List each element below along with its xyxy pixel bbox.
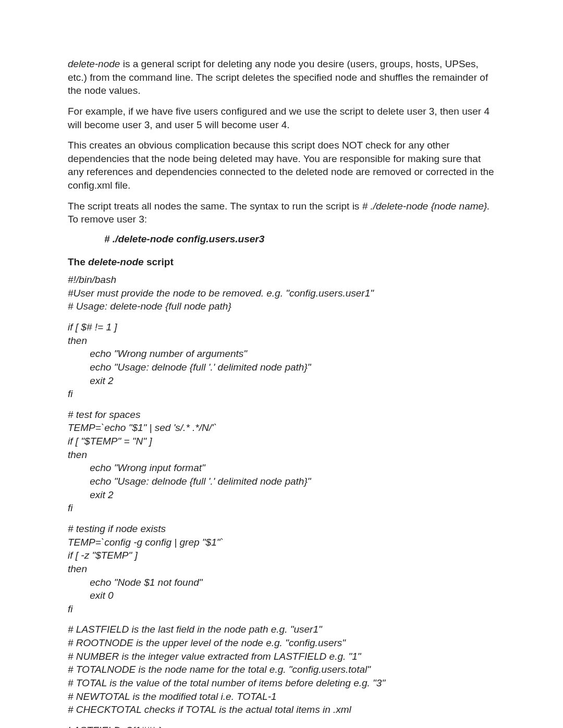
document-page: delete-node is a general script for dele…	[0, 0, 563, 728]
syntax-italic: # ./delete-node {node name}.	[362, 201, 490, 212]
script-heading: The delete-node script	[68, 256, 495, 268]
script-block-comments: # LASTFIELD is the last field in the nod…	[68, 623, 495, 716]
text: script	[144, 256, 174, 267]
script-block-nodecheck: # testing if node exists TEMP=`config -g…	[68, 522, 495, 615]
term-delete-node: delete-node	[68, 58, 120, 69]
text: is a general script for deleting any nod…	[68, 58, 488, 96]
script-block-vars: LASTFIELD=${1##*.} ROOTNODE=${1%.*}	[68, 724, 495, 728]
paragraph-warning: This creates an obvious complication bec…	[68, 139, 495, 192]
text: The	[68, 256, 88, 267]
script-block-argcheck: if [ $# != 1 ] then echo "Wrong number o…	[68, 320, 495, 401]
paragraph-intro: delete-node is a general script for dele…	[68, 57, 495, 97]
script-name-italic: delete-node	[88, 256, 144, 267]
text: To remove user 3:	[68, 214, 147, 225]
script-block-spacecheck: # test for spaces TEMP=`echo "$1" | sed …	[68, 408, 495, 515]
command-example: # ./delete-node config.users.user3	[104, 233, 495, 245]
text: The script treats all nodes the same. Th…	[68, 201, 362, 212]
paragraph-example: For example, if we have five users confi…	[68, 105, 495, 131]
script-block-header: #!/bin/bash #User must provide the node …	[68, 273, 495, 313]
paragraph-syntax: The script treats all nodes the same. Th…	[68, 200, 495, 226]
